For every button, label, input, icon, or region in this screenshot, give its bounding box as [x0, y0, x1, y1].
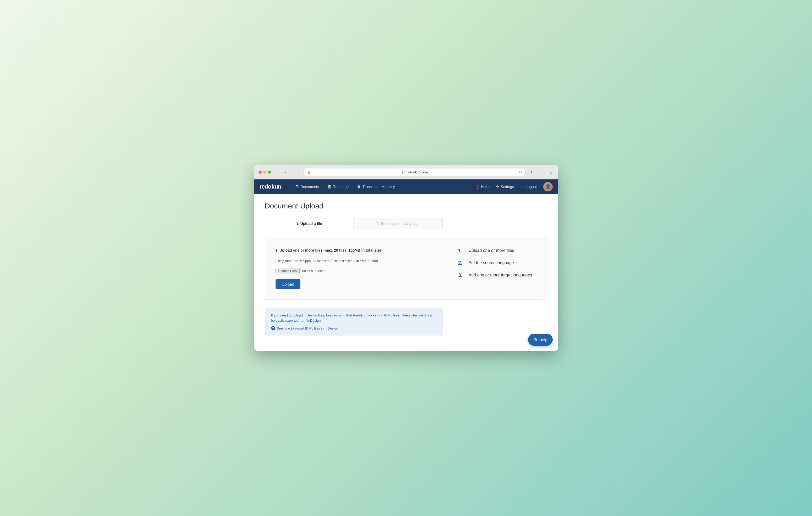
new-tab-icon[interactable]: + — [542, 170, 546, 175]
nav-label-reporting: Reporting — [333, 185, 349, 189]
question-circle-icon: ? — [271, 326, 275, 330]
idml-help-link[interactable]: ? See how to export IDML files in InDesi… — [271, 326, 436, 330]
sidebar-toggle-button[interactable]: ⬚ — [274, 169, 280, 175]
download-icon[interactable]: ⬇ — [529, 170, 534, 175]
main-content: Document Upload 1. Upload a file 2. Set … — [254, 194, 558, 351]
avatar-image: 👤 — [543, 182, 553, 191]
nav-label-translation-memory: Translation Memory — [362, 185, 395, 189]
step-tab-1[interactable]: 1. Upload a file — [265, 218, 354, 229]
upload-right: 1. Upload one or more files 2. Set the s… — [458, 248, 537, 289]
step-text-3: Add one or more target languages — [469, 272, 532, 277]
brand-logo[interactable]: redokun — [260, 183, 281, 190]
lock-icon: 🔒 — [307, 171, 311, 174]
url-text: app.redokun.com — [312, 170, 517, 174]
choose-files-button[interactable]: Choose Files — [276, 268, 300, 274]
content-wrapper: Document Upload 1. Upload a file 2. Set … — [254, 194, 558, 351]
traffic-lights — [259, 171, 271, 174]
instructions-list: 1. Upload one or more files 2. Set the s… — [458, 248, 537, 278]
page-title: Document Upload — [265, 202, 547, 210]
lifering-icon: ⊕ — [533, 337, 537, 343]
upload-container: 1. Upload one or more files (max. 20 fil… — [265, 237, 547, 300]
nav-help-link[interactable]: ❓ Help — [472, 183, 492, 191]
instruction-item-2: 2. Set the source language — [458, 260, 537, 266]
back-button[interactable]: ‹ — [291, 170, 294, 175]
step-number-3: 3. — [458, 272, 464, 278]
nav-help-label: Help — [481, 185, 489, 189]
info-text: If you need to upload InDesign files, ke… — [271, 313, 436, 324]
help-fab-button[interactable]: ⊕ Help — [528, 334, 553, 346]
file-input-row: Choose Files no files selected — [276, 268, 442, 274]
step-text-1: Upload one or more files — [469, 248, 514, 253]
upload-left: 1. Upload one or more files (max. 20 fil… — [276, 248, 442, 289]
logout-icon: ↩ — [521, 185, 524, 189]
translation-memory-icon: 📋 — [357, 185, 361, 188]
nav-link-documents[interactable]: ☰ Documents — [292, 183, 323, 191]
navbar: redokun ☰ Documents 📊 Reporting 📋 Transl… — [254, 179, 558, 194]
nav-links: ☰ Documents 📊 Reporting 📋 Translation Me… — [292, 183, 472, 191]
nav-link-translation-memory[interactable]: 📋 Translation Memory — [353, 183, 398, 191]
minimize-button[interactable] — [263, 171, 266, 174]
nav-settings-link[interactable]: ⚙ Settings — [493, 183, 517, 191]
reporting-icon: 📊 — [327, 185, 331, 188]
browser-window: ⬚ ∨ ‹ › 🔒 app.redokun.com ↻ ⬇ ↑ + ⊞ redo… — [254, 165, 558, 351]
nav-logout-link[interactable]: ↩ Logout — [518, 183, 540, 191]
address-bar[interactable]: 🔒 app.redokun.com ↻ — [303, 168, 525, 176]
step-number-1: 1. — [458, 248, 464, 254]
nav-link-reporting[interactable]: 📊 Reporting — [324, 183, 352, 191]
instruction-item-3: 3. Add one or more target languages — [458, 272, 537, 278]
help-icon: ❓ — [475, 185, 480, 189]
forward-button[interactable]: › — [297, 170, 300, 175]
chevron-down-icon[interactable]: ∨ — [283, 170, 288, 175]
browser-chrome: ⬚ ∨ ‹ › 🔒 app.redokun.com ↻ ⬇ ↑ + ⊞ — [254, 165, 558, 179]
gear-icon: ⚙ — [496, 185, 499, 189]
nav-right: ❓ Help ⚙ Settings ↩ Logout 👤 — [472, 182, 552, 191]
idml-help-link-text: See how to export IDML files in InDesign — [277, 326, 338, 330]
no-files-text: no files selected — [302, 269, 326, 273]
close-button[interactable] — [259, 171, 262, 174]
grid-view-icon[interactable]: ⊞ — [549, 170, 554, 175]
nav-label-documents: Documents — [300, 185, 319, 189]
share-icon[interactable]: ↑ — [536, 170, 540, 175]
browser-actions: ⬇ ↑ + ⊞ — [529, 170, 553, 175]
maximize-button[interactable] — [268, 171, 271, 174]
nav-logout-label: Logout — [526, 185, 537, 189]
steps-bar: 1. Upload a file 2. Set document languag… — [265, 218, 443, 229]
file-types-label: File (*.idml *.docx *.pptx *.xlsx *.html… — [276, 259, 442, 264]
nav-settings-label: Settings — [501, 185, 514, 189]
avatar[interactable]: 👤 — [543, 182, 553, 191]
documents-icon: ☰ — [295, 185, 299, 189]
step-tab-2[interactable]: 2. Set document language — [354, 218, 443, 229]
help-fab-label: Help — [539, 338, 547, 342]
reload-icon[interactable]: ↻ — [519, 170, 522, 174]
instruction-item-1: 1. Upload one or more files — [458, 248, 537, 254]
info-box: If you need to upload InDesign files, ke… — [265, 308, 443, 336]
step-text-2: Set the source language — [469, 260, 514, 265]
upload-button[interactable]: Upload — [276, 279, 301, 289]
step-number-2: 2. — [458, 260, 464, 266]
upload-description: 1. Upload one or more files (max. 20 fil… — [276, 248, 442, 253]
